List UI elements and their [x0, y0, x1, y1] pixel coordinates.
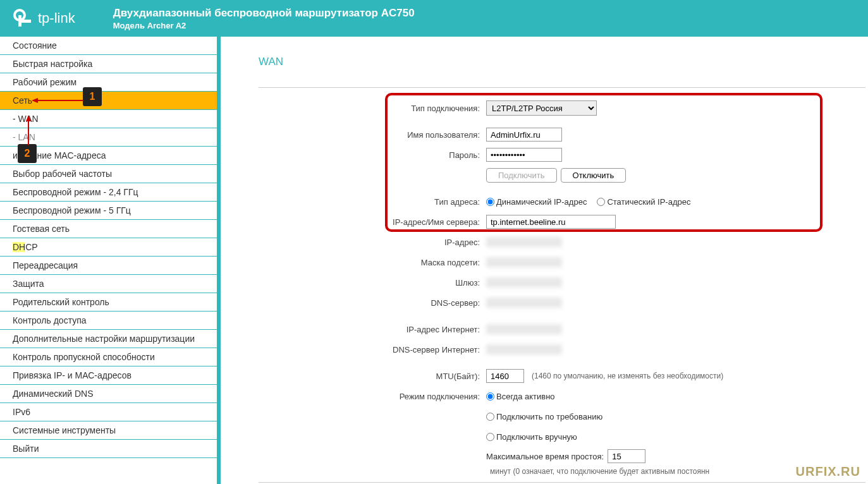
- disconnect-button[interactable]: Отключить: [561, 168, 627, 183]
- radio-static-ip[interactable]: Статический IP-адрес: [597, 197, 690, 207]
- main-content: WAN Тип подключения: L2TP/L2TP Россия Им…: [221, 37, 868, 484]
- sidebar-item-5[interactable]: - LAN: [0, 128, 217, 147]
- conn-type-select[interactable]: L2TP/L2TP Россия: [486, 100, 597, 116]
- label-server: IP-адрес/Имя сервера:: [259, 217, 486, 227]
- divider-top: [259, 87, 865, 88]
- sidebar-item-7[interactable]: ирование МАС-адреса: [0, 147, 217, 165]
- sidebar-item-14[interactable]: Защита: [0, 275, 217, 293]
- username-input[interactable]: [486, 128, 562, 142]
- sidebar-item-4[interactable]: - WAN: [0, 110, 217, 128]
- gateway-value-blurred: [486, 277, 562, 287]
- sidebar-item-23[interactable]: Выйти: [0, 440, 217, 458]
- sidebar-item-11[interactable]: Гостевая сеть: [0, 220, 217, 238]
- sidebar-item-17[interactable]: Дополнительные настройки маршрутизации: [0, 330, 217, 348]
- sidebar-item-16[interactable]: Контроль доступа: [0, 312, 217, 330]
- radio-mode-demand[interactable]: Подключить по требованию: [486, 412, 602, 421]
- label-conn-type: Тип подключения:: [259, 104, 486, 113]
- dns-value-blurred: [486, 298, 562, 308]
- sidebar: СостояниеБыстрая настройкаРабочий режимС…: [0, 37, 217, 484]
- header: tp-link Двухдиапазонный беспроводной мар…: [0, 0, 868, 37]
- divider-bottom: [259, 482, 865, 483]
- password-input[interactable]: [486, 148, 562, 162]
- label-dns-inet: DNS-сервер Интернет:: [259, 345, 486, 354]
- label-password: Пароль:: [259, 150, 486, 160]
- label-username: Имя пользователя:: [259, 130, 486, 140]
- sidebar-item-19[interactable]: Привязка IP- и МАС-адресов: [0, 366, 217, 385]
- sidebar-item-8[interactable]: Выбор рабочей частоты: [0, 165, 217, 183]
- svg-rect-6: [20, 20, 31, 23]
- product-model: Модель Archer A2: [113, 21, 415, 30]
- sidebar-item-21[interactable]: IPv6: [0, 403, 217, 421]
- idle-hint: минут (0 означает, что подключение будет…: [490, 467, 709, 476]
- tplink-logo-icon: [13, 8, 33, 28]
- product-title: Двухдиапазонный беспроводной маршрутизат…: [113, 7, 415, 20]
- sidebar-item-1[interactable]: Быстрая настройка: [0, 55, 217, 73]
- server-input[interactable]: [486, 215, 616, 229]
- sidebar-item-2[interactable]: Рабочий режим: [0, 73, 217, 92]
- mtu-hint: (1460 по умолчанию, не изменять без необ…: [532, 372, 723, 380]
- idle-input[interactable]: [608, 449, 645, 463]
- label-ip: IP-адрес:: [259, 238, 486, 247]
- radio-mode-manual[interactable]: Подключить вручную: [486, 432, 577, 442]
- label-dns: DNS-сервер:: [259, 298, 486, 308]
- label-mask: Маска подсети:: [259, 258, 486, 267]
- radio-mode-always[interactable]: Всегда активно: [486, 392, 555, 401]
- label-gateway: Шлюз:: [259, 278, 486, 287]
- sidebar-item-18[interactable]: Контроль пропускной способности: [0, 348, 217, 366]
- sidebar-item-9[interactable]: Беспроводной режим - 2,4 ГГц: [0, 183, 217, 202]
- mtu-input[interactable]: [486, 369, 524, 383]
- sidebar-item-12[interactable]: DHCP: [0, 238, 217, 257]
- mask-value-blurred: [486, 257, 562, 267]
- ip-inet-value-blurred: [486, 324, 562, 334]
- dns-inet-value-blurred: [486, 344, 562, 354]
- label-mtu: MTU(Байт):: [259, 372, 486, 381]
- header-titles: Двухдиапазонный беспроводной маршрутизат…: [113, 7, 415, 30]
- connect-button[interactable]: Подключить: [486, 168, 557, 183]
- brand-text: tp-link: [38, 10, 75, 27]
- label-conn-mode: Режим подключения:: [259, 392, 486, 401]
- sidebar-item-13[interactable]: Переадресация: [0, 257, 217, 275]
- brand-logo: tp-link: [13, 8, 75, 28]
- sidebar-item-3[interactable]: Сеть: [0, 92, 217, 110]
- ip-value-blurred: [486, 237, 562, 247]
- page-title: WAN: [259, 56, 855, 68]
- sidebar-item-10[interactable]: Беспроводной режим - 5 ГГц: [0, 202, 217, 220]
- sidebar-item-20[interactable]: Динамический DNS: [0, 385, 217, 403]
- sidebar-item-22[interactable]: Системные инструменты: [0, 421, 217, 440]
- radio-dynamic-ip[interactable]: Динамический IP-адрес: [486, 197, 587, 207]
- sidebar-item-15[interactable]: Родительский контроль: [0, 293, 217, 312]
- label-addr-type: Тип адреса:: [259, 197, 486, 207]
- label-idle: Максимальное время простоя:: [486, 452, 604, 461]
- sidebar-item-0[interactable]: Состояние: [0, 37, 217, 55]
- label-ip-inet: IP-адрес Интернет:: [259, 325, 486, 334]
